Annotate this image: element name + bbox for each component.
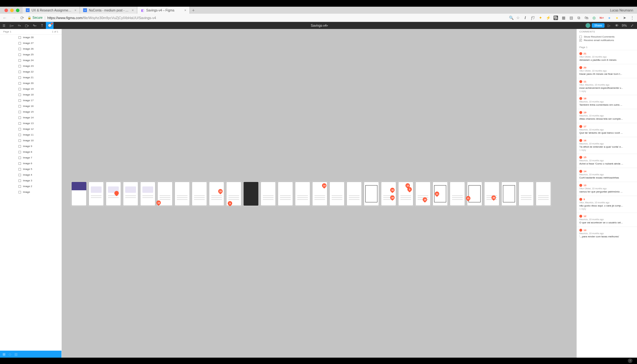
layer-item[interactable]: Image 27 xyxy=(0,40,61,46)
comment-item[interactable]: 12Mauricio, 10 months agoO que vai acont… xyxy=(577,213,637,227)
browser-tab[interactable]: ≡ UX & Research Assignment - ... × xyxy=(23,7,80,14)
layer-item[interactable]: Image 7 xyxy=(0,155,61,161)
layer-item[interactable]: Image 3 xyxy=(0,178,61,184)
close-icon[interactable]: × xyxy=(75,8,76,12)
layer-item[interactable]: Image 16 xyxy=(0,103,61,109)
frame-tool-icon[interactable]: ⌗▾ xyxy=(15,22,23,29)
layer-item[interactable]: Image 20 xyxy=(0,80,61,86)
layer-item[interactable]: Image 21 xyxy=(0,75,61,80)
component-icon[interactable]: ⊞ xyxy=(3,352,5,356)
close-window-icon[interactable] xyxy=(4,9,8,12)
figma-canvas[interactable]: 1315914161812519112120 xyxy=(62,29,576,358)
present-icon[interactable]: ▷ xyxy=(606,24,612,28)
comment-item[interactable]: 10Mauricio, 10 months ago'...para render… xyxy=(577,227,637,241)
ext-icon[interactable]: ✦ xyxy=(538,16,543,20)
avatar[interactable] xyxy=(585,23,590,28)
comment-pin-icon[interactable]: 14 xyxy=(321,182,327,189)
layer-item[interactable]: Image 18 xyxy=(0,92,61,98)
canvas-frame[interactable] xyxy=(192,182,207,206)
canvas-frame[interactable] xyxy=(71,182,87,206)
layer-item[interactable]: Image 2 xyxy=(0,184,61,189)
close-icon[interactable]: × xyxy=(184,8,186,12)
figma-menu-icon[interactable]: ☰ xyxy=(0,22,8,29)
comment-item[interactable]: 19Mauricio, 10 months agoAltas chances d… xyxy=(577,109,637,123)
share-button[interactable]: Share xyxy=(592,23,605,28)
canvas-frame[interactable] xyxy=(536,182,551,206)
browser-tab[interactable]: ≡ NuConta - medium post - Go... × xyxy=(80,7,137,14)
shape-tool-icon[interactable]: ▢▾ xyxy=(23,22,31,29)
ext-icon[interactable]: 🐘 xyxy=(554,16,558,20)
ext-icon[interactable]: ● xyxy=(607,16,612,20)
canvas-frame[interactable] xyxy=(123,182,138,206)
ext-icon[interactable]: ▦ xyxy=(561,16,566,20)
close-icon[interactable]: × xyxy=(132,8,134,12)
layer-item[interactable]: Image 11 xyxy=(0,132,61,138)
help-button[interactable]: ? xyxy=(628,358,633,363)
canvas-frame[interactable] xyxy=(501,182,517,206)
canvas-frame[interactable] xyxy=(278,182,293,206)
canvas-frame[interactable] xyxy=(450,182,465,206)
show-resolved-checkbox[interactable]: Show Resolved Comments xyxy=(579,35,634,38)
canvas-frame[interactable] xyxy=(175,182,190,206)
comment-pin-icon[interactable]: 15 xyxy=(217,188,224,194)
comment-item[interactable]: 15Mauricio, 10 months agoAchei a frase '… xyxy=(577,154,637,168)
ext-icon[interactable]: 🛍 xyxy=(584,16,589,20)
layer-item[interactable]: Image 19 xyxy=(0,86,61,92)
canvas-frame[interactable]: 19 xyxy=(415,182,431,206)
canvas-frame[interactable] xyxy=(106,182,121,206)
reload-button[interactable]: ⟳ xyxy=(20,15,24,20)
expand-icon[interactable]: ⤢ xyxy=(629,24,635,28)
layer-item[interactable]: Image 6 xyxy=(0,161,61,166)
comment-item[interactable]: 17Mauricio, 10 months agoQue tal 'atravé… xyxy=(577,123,637,137)
layer-item[interactable]: Image 5 xyxy=(0,166,61,172)
layer-item[interactable]: Image xyxy=(0,189,61,195)
layer-item[interactable]: Image 12 xyxy=(0,126,61,132)
layer-item[interactable]: Image 15 xyxy=(0,109,61,115)
chrome-menu-icon[interactable]: ⋮ xyxy=(630,16,634,20)
layer-item[interactable]: Image 28 xyxy=(0,35,61,40)
canvas-frame[interactable]: 125 xyxy=(398,182,413,206)
forward-button[interactable]: → xyxy=(11,15,16,20)
new-tab-button[interactable]: + xyxy=(190,7,197,14)
canvas-frame[interactable] xyxy=(89,182,104,206)
layer-item[interactable]: Image 24 xyxy=(0,58,61,63)
email-notifications-checkbox[interactable]: Receive email notifications xyxy=(579,38,634,42)
comment-item[interactable]: 16Mauricio, 10 months agoTá difícil de e… xyxy=(577,137,637,154)
pen-tool-icon[interactable]: ✎▾ xyxy=(31,22,38,29)
ext-icon[interactable]: ➤ xyxy=(622,16,627,20)
comment-item[interactable]: 18Mauricio, 10 months agoTambém tinha co… xyxy=(577,95,637,109)
layer-item[interactable]: Image 9 xyxy=(0,144,61,149)
canvas-frame[interactable]: 9 xyxy=(226,182,241,206)
layer-item[interactable]: Image 8 xyxy=(0,149,61,155)
canvas-frame[interactable] xyxy=(140,182,155,206)
canvas-frame[interactable]: 1618 xyxy=(381,182,396,206)
ext-icon[interactable]: N12 xyxy=(599,16,604,20)
component-icon[interactable]: ◇ xyxy=(9,352,11,356)
canvas-frame[interactable] xyxy=(243,182,259,206)
canvas-frame[interactable] xyxy=(519,182,534,206)
move-tool-icon[interactable]: ▷▾ xyxy=(8,22,15,29)
canvas-frame[interactable]: 20 xyxy=(484,182,499,206)
ext-icon[interactable]: I xyxy=(523,16,527,20)
star-icon[interactable]: ☆ xyxy=(516,16,520,20)
comment-pin-icon[interactable]: 16 xyxy=(389,187,396,193)
canvas-frame[interactable] xyxy=(329,182,345,206)
comment-item[interactable]: 20Vitor Olivier, 10 months agotravar par… xyxy=(577,64,637,78)
layer-item[interactable]: Image 17 xyxy=(0,98,61,103)
comment-item[interactable]: 11Vitor, Mauricio, 10 months agoesse ach… xyxy=(577,78,637,95)
back-button[interactable]: ← xyxy=(3,15,7,20)
layer-item[interactable]: Image 22 xyxy=(0,69,61,75)
browser-tab-active[interactable]: ◧ Savings-v4 – Figma × xyxy=(137,7,190,14)
search-icon[interactable]: 🔍 xyxy=(509,16,514,20)
canvas-frame[interactable]: 14 xyxy=(312,182,327,206)
canvas-frame[interactable]: 13 xyxy=(157,182,173,206)
maximize-window-icon[interactable] xyxy=(16,9,19,12)
layer-item[interactable]: Image 26 xyxy=(0,46,61,52)
ext-icon[interactable]: ⧉ xyxy=(576,16,581,20)
canvas-frame[interactable]: 21 xyxy=(467,182,482,206)
comment-item[interactable]: 13Vitor Olivier, 10 months agovamos ter … xyxy=(577,182,637,196)
canvas-frame[interactable] xyxy=(295,182,310,206)
view-settings-icon[interactable]: 👁 xyxy=(613,24,620,27)
comment-item[interactable]: 14Mauricio, 10 months agoCurti bastante … xyxy=(577,168,637,182)
url-field[interactable]: 🔒 Secure | https://www.figma.com/file/Ws… xyxy=(27,16,506,20)
